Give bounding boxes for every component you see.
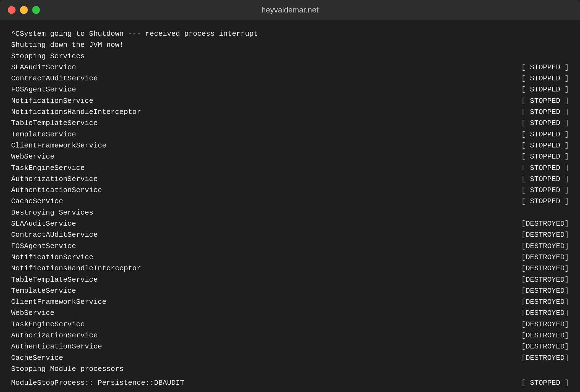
- prompt-line: root@sdp:/opt/ServiceDesk/bin# vim /etc/…: [11, 391, 569, 392]
- title-bar: heyvaldemar.net: [0, 0, 580, 20]
- list-item: WebService [DESTROYED]: [11, 307, 569, 319]
- list-item: ^CSystem going to Shutdown --- received …: [11, 28, 569, 39]
- list-item: CacheService [ STOPPED ]: [11, 196, 569, 207]
- list-item: Destroying Services: [11, 207, 569, 218]
- prompt-path: /opt/ServiceDesk/bin: [50, 391, 137, 392]
- list-item: AuthorizationService [ STOPPED ]: [11, 174, 569, 185]
- maximize-button[interactable]: [32, 6, 40, 14]
- list-item: NotificationService [ STOPPED ]: [11, 95, 569, 106]
- list-item: TableTemplateService [ STOPPED ]: [11, 118, 569, 129]
- list-item: ClientFrameworkService [DESTROYED]: [11, 296, 569, 307]
- list-item: TemplateService [ STOPPED ]: [11, 129, 569, 140]
- list-item: ClientFrameworkService [ STOPPED ]: [11, 140, 569, 151]
- list-item: ContractAUditService [DESTROYED]: [11, 229, 569, 240]
- list-item: WebService [ STOPPED ]: [11, 151, 569, 162]
- window-title: heyvaldemar.net: [261, 6, 318, 14]
- list-item: TaskEngineService [ STOPPED ]: [11, 162, 569, 174]
- list-item: AuthenticationService [ STOPPED ]: [11, 185, 569, 196]
- list-item: SLAAuditService [ STOPPED ]: [11, 62, 569, 73]
- list-item: TableTemplateService [DESTROYED]: [11, 274, 569, 285]
- list-item: TemplateService [DESTROYED]: [11, 285, 569, 296]
- list-item: ContractAUditService [ STOPPED ]: [11, 73, 569, 84]
- list-item: NotificationService [DESTROYED]: [11, 252, 569, 263]
- prompt-symbol: #: [137, 391, 141, 392]
- list-item: AuthenticationService [DESTROYED]: [11, 341, 569, 352]
- list-item: SLAAuditService [DESTROYED]: [11, 218, 569, 229]
- module-stop-line: ModuleStopProcess:: Persistence::DBAUDIT…: [11, 377, 569, 388]
- prompt-user: root@sdp: [11, 391, 46, 392]
- traffic-lights: [8, 6, 40, 14]
- prompt-command: vim /etc/init.d/servicedesk: [141, 391, 258, 392]
- list-item: AuthorizationService [DESTROYED]: [11, 330, 569, 341]
- list-item: NotificationsHandleInterceptor [ STOPPED…: [11, 106, 569, 118]
- terminal-body[interactable]: ^CSystem going to Shutdown --- received …: [0, 20, 580, 392]
- terminal-window: heyvaldemar.net ^CSystem going to Shutdo…: [0, 0, 580, 392]
- list-item: Stopping Services: [11, 51, 569, 62]
- list-item: Stopping Module processors: [11, 363, 569, 375]
- list-item: NotificationsHandleInterceptor [DESTROYE…: [11, 263, 569, 274]
- list-item: FOSAgentService [DESTROYED]: [11, 241, 569, 252]
- list-item: Shutting down the JVM now!: [11, 39, 569, 50]
- list-item: TaskEngineService [DESTROYED]: [11, 319, 569, 330]
- list-item: CacheService [DESTROYED]: [11, 352, 569, 363]
- close-button[interactable]: [8, 6, 16, 14]
- list-item: FOSAgentService [ STOPPED ]: [11, 84, 569, 95]
- minimize-button[interactable]: [20, 6, 28, 14]
